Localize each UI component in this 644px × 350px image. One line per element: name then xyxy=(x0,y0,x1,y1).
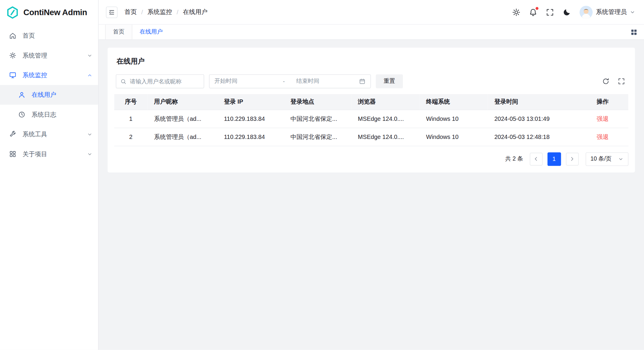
table-row: 1 系统管理员（ad... 110.229.183.84 中国河北省保定... … xyxy=(114,110,629,128)
moon-icon xyxy=(563,8,571,16)
sidebar-item-label: 首页 xyxy=(23,32,92,39)
user-icon xyxy=(18,91,26,99)
column-header-login-time: 登录时间 xyxy=(488,94,590,110)
sidebar-menu: 首页 系统管理 系统监控 在线用户 系统日志 xyxy=(0,25,98,164)
page-size-value: 10 条/页 xyxy=(591,155,612,163)
date-start-placeholder: 开始时间 xyxy=(214,77,277,85)
grid-squares-icon xyxy=(630,28,637,36)
chevron-down-icon xyxy=(618,156,624,161)
sidebar-item-system-tools[interactable]: 系统工具 xyxy=(0,124,98,144)
cell-index: 1 xyxy=(114,110,148,128)
sidebar-item-system-logs[interactable]: 系统日志 xyxy=(0,105,98,124)
column-header-location: 登录地点 xyxy=(284,94,351,110)
home-icon xyxy=(9,32,16,39)
user-name: 系统管理员 xyxy=(596,8,627,16)
table-header-row: 序号 用户昵称 登录 IP 登录地点 浏览器 终端系统 登录时间 操作 xyxy=(114,94,629,110)
logo-icon xyxy=(6,6,19,19)
cell-browser: MSEdge 124.0.... xyxy=(351,128,420,146)
search-icon xyxy=(120,78,126,85)
cell-nickname: 系统管理员（ad... xyxy=(148,128,217,146)
pagination: 共 2 条 1 10 条/页 xyxy=(114,152,629,166)
sidebar-item-label: 系统工具 xyxy=(23,130,81,138)
app-root: ContiNew Admin 首页 系统管理 系统监控 在线用户 xyxy=(0,0,644,350)
sidebar-item-system-monitor[interactable]: 系统监控 xyxy=(0,65,98,85)
avatar xyxy=(580,6,593,19)
fullscreen-button[interactable] xyxy=(546,8,554,16)
calendar-icon xyxy=(359,78,365,85)
gear-icon xyxy=(9,52,16,59)
wrench-icon xyxy=(9,131,16,138)
sidebar-item-about-project[interactable]: 关于项目 xyxy=(0,144,98,164)
search-toolbar: 开始时间 - 结束时间 重置 xyxy=(116,74,627,88)
sidebar: ContiNew Admin 首页 系统管理 系统监控 在线用户 xyxy=(0,0,99,350)
breadcrumb-home[interactable]: 首页 xyxy=(124,8,137,16)
gear-icon xyxy=(512,8,520,16)
sidebar-item-system-management[interactable]: 系统管理 xyxy=(0,46,98,65)
online-users-card: 在线用户 开始时间 - 结束时间 重置 xyxy=(107,47,635,172)
breadcrumb-current: 在线用户 xyxy=(183,8,208,16)
chevron-right-icon xyxy=(569,156,575,162)
cell-location: 中国河北省保定... xyxy=(284,128,351,146)
dark-mode-button[interactable] xyxy=(563,8,571,16)
date-end-placeholder: 结束时间 xyxy=(290,77,359,85)
settings-button[interactable] xyxy=(512,8,520,16)
table-row: 2 系统管理员（ad... 110.229.183.84 中国河北省保定... … xyxy=(114,128,629,146)
cell-index: 2 xyxy=(114,128,148,146)
user-menu[interactable]: 系统管理员 xyxy=(580,6,635,19)
sidebar-item-home[interactable]: 首页 xyxy=(0,26,98,45)
tab-list-button[interactable] xyxy=(630,28,637,36)
page-size-select[interactable]: 10 条/页 xyxy=(586,152,628,166)
cell-login-time: 2024-05-03 12:48:18 xyxy=(488,128,590,146)
column-header-ip: 登录 IP xyxy=(217,94,284,110)
tab-online-users[interactable]: 在线用户 xyxy=(132,25,170,39)
sidebar-item-label: 系统管理 xyxy=(23,52,81,59)
date-range-picker[interactable]: 开始时间 - 结束时间 xyxy=(209,74,371,88)
search-field xyxy=(116,74,204,88)
column-header-os: 终端系统 xyxy=(420,94,488,110)
column-header-browser: 浏览器 xyxy=(351,94,420,110)
cell-ip: 110.229.183.84 xyxy=(217,110,284,128)
sidebar-item-online-users[interactable]: 在线用户 xyxy=(0,85,98,104)
online-users-table: 序号 用户昵称 登录 IP 登录地点 浏览器 终端系统 登录时间 操作 1 xyxy=(114,94,629,146)
cell-os: Windows 10 xyxy=(420,128,488,146)
pagination-prev-button[interactable] xyxy=(530,153,542,165)
chevron-down-icon xyxy=(87,132,92,137)
pagination-total: 共 2 条 xyxy=(505,155,523,163)
breadcrumb-system-monitor[interactable]: 系统监控 xyxy=(148,8,172,16)
fullscreen-icon xyxy=(546,8,554,16)
breadcrumb-separator: / xyxy=(141,9,143,16)
app-title: ContiNew Admin xyxy=(23,8,87,17)
chevron-down-icon xyxy=(630,10,635,15)
top-header: 首页 / 系统监控 / 在线用户 xyxy=(99,0,644,25)
expand-button[interactable] xyxy=(616,76,627,87)
refresh-icon xyxy=(602,77,610,85)
chevron-up-icon xyxy=(87,72,92,78)
cell-ip: 110.229.183.84 xyxy=(217,128,284,146)
pagination-next-button[interactable] xyxy=(566,153,579,165)
tab-home[interactable]: 首页 xyxy=(105,25,132,39)
chevron-down-icon xyxy=(87,151,92,157)
clock-icon xyxy=(18,111,26,118)
app-logo[interactable]: ContiNew Admin xyxy=(0,0,98,25)
cell-os: Windows 10 xyxy=(420,110,488,128)
table-body: 1 系统管理员（ad... 110.229.183.84 中国河北省保定... … xyxy=(114,110,629,146)
reset-button[interactable]: 重置 xyxy=(376,74,403,88)
force-logout-link[interactable]: 强退 xyxy=(597,133,609,140)
chevron-left-icon xyxy=(533,156,539,162)
tab-label: 在线用户 xyxy=(140,28,162,36)
sidebar-item-label: 系统监控 xyxy=(23,71,81,79)
tab-label: 首页 xyxy=(113,28,124,36)
refresh-button[interactable] xyxy=(600,76,611,87)
date-separator: - xyxy=(277,78,290,85)
tab-actions xyxy=(630,25,644,39)
avatar-image xyxy=(580,6,593,19)
column-header-index: 序号 xyxy=(114,94,148,110)
force-logout-link[interactable]: 强退 xyxy=(597,115,609,122)
monitor-icon xyxy=(9,72,16,79)
search-input[interactable] xyxy=(130,78,200,85)
tab-bar: 首页 在线用户 xyxy=(99,25,644,40)
sidebar-collapse-button[interactable] xyxy=(106,6,118,18)
column-header-nickname: 用户昵称 xyxy=(148,94,217,110)
notifications-button[interactable] xyxy=(529,8,537,16)
pagination-page-1[interactable]: 1 xyxy=(547,152,561,166)
